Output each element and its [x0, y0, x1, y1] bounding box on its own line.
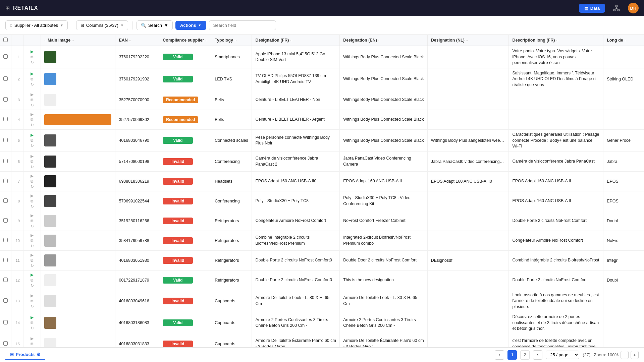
row-checkbox[interactable] — [3, 97, 8, 102]
refresh-icon[interactable]: ↻ — [31, 263, 34, 268]
refresh-icon[interactable]: ↻ — [31, 82, 34, 87]
copy-icon[interactable]: ⧉ — [31, 117, 34, 122]
actions-button[interactable]: Actions ▼ — [175, 21, 206, 30]
play-icon[interactable]: ▶ — [31, 174, 34, 178]
refresh-icon[interactable]: ↻ — [31, 304, 34, 309]
play-icon[interactable]: ▶ — [31, 92, 34, 97]
row-checkbox[interactable] — [3, 218, 8, 223]
play-icon[interactable]: ▶ — [31, 133, 34, 137]
play-icon[interactable]: ▶ — [31, 315, 34, 320]
per-page-select[interactable]: 25 / page 50 / page 100 / page — [546, 351, 579, 359]
next-page-button[interactable]: › — [533, 350, 542, 360]
row-checkbox-cell[interactable] — [0, 312, 11, 334]
copy-icon[interactable]: ⧉ — [31, 98, 34, 102]
row-checkbox-cell[interactable] — [0, 290, 11, 312]
refresh-icon[interactable]: ↻ — [31, 204, 34, 209]
row-checkbox-cell[interactable] — [0, 334, 11, 347]
refresh-icon[interactable]: ↻ — [31, 347, 34, 348]
row-checkbox-cell[interactable] — [0, 270, 11, 290]
table-row: 9 ▶ ⧉ ↻ 3519280116266 Invalid Refrigerat… — [0, 211, 644, 231]
row-checkbox-cell[interactable] — [0, 231, 11, 250]
row-checkbox-cell[interactable] — [0, 110, 11, 130]
zoom-in-button[interactable]: + — [631, 351, 639, 359]
refresh-icon[interactable]: ↻ — [31, 123, 34, 127]
settings-icon[interactable]: ⚙ — [37, 352, 41, 357]
row-checkbox[interactable] — [3, 238, 8, 242]
row-checkbox-cell[interactable] — [0, 68, 11, 90]
row-checkbox[interactable] — [3, 54, 8, 59]
copy-icon[interactable]: ⧉ — [31, 258, 34, 263]
refresh-icon[interactable]: ↻ — [31, 165, 34, 169]
copy-icon[interactable]: ⧉ — [31, 138, 34, 143]
play-icon[interactable]: ▶ — [31, 193, 34, 198]
avatar[interactable]: DH — [628, 3, 639, 13]
row-checkbox-cell[interactable] — [0, 191, 11, 211]
copy-icon[interactable]: ⧉ — [31, 219, 34, 223]
play-icon[interactable]: ▶ — [31, 253, 34, 257]
row-checkbox[interactable] — [3, 179, 8, 183]
copy-icon[interactable]: ⧉ — [31, 320, 34, 325]
row-checkbox[interactable] — [3, 198, 8, 203]
copy-icon[interactable]: ⧉ — [31, 342, 34, 346]
copy-icon[interactable]: ⧉ — [31, 299, 34, 303]
copy-icon[interactable]: ⧉ — [31, 199, 34, 203]
search-button[interactable]: 🔍 Search ▼ — [137, 20, 173, 30]
table-row: 11 ▶ ⧉ ↻ 4016803051930 Invalid Refrigera… — [0, 250, 644, 270]
data-nav-button[interactable]: ▤ Data — [579, 4, 605, 13]
table-row: 2 ▶ ⧉ ↻ 3760179291902 Valid LED TVS TV O… — [0, 68, 644, 90]
play-icon[interactable]: ▶ — [31, 71, 34, 76]
play-icon[interactable]: ▶ — [31, 336, 34, 341]
row-checkbox[interactable] — [3, 278, 8, 282]
refresh-icon[interactable]: ↻ — [31, 184, 34, 189]
play-icon[interactable]: ▶ — [31, 273, 34, 277]
row-checkbox-cell[interactable] — [0, 211, 11, 231]
copy-icon[interactable]: ⧉ — [31, 77, 34, 81]
refresh-icon[interactable]: ↻ — [31, 326, 34, 330]
current-page[interactable]: 1 — [507, 350, 517, 360]
select-all-header[interactable] — [0, 35, 11, 46]
copy-icon[interactable]: ⧉ — [31, 238, 34, 243]
status-badge: Valid — [163, 277, 193, 284]
refresh-icon[interactable]: ↻ — [31, 143, 34, 148]
search-input[interactable] — [209, 20, 276, 30]
row-checkbox-cell[interactable] — [0, 152, 11, 171]
row-checkbox[interactable] — [3, 258, 8, 262]
products-tab[interactable]: ⊟ Products ⚙ — [5, 350, 45, 360]
row-checkbox[interactable] — [3, 76, 8, 81]
play-icon[interactable]: ▶ — [31, 112, 34, 117]
row-checkbox-cell[interactable] — [0, 171, 11, 191]
hierarchy-icon-button[interactable] — [610, 2, 623, 14]
next-page-number[interactable]: 2 — [520, 350, 530, 360]
refresh-icon[interactable]: ↻ — [31, 60, 34, 65]
refresh-icon[interactable]: ↻ — [31, 244, 34, 248]
row-checkbox[interactable] — [3, 159, 8, 163]
zoom-out-button[interactable]: − — [621, 351, 629, 359]
play-icon[interactable]: ▶ — [31, 293, 34, 298]
play-icon[interactable]: ▶ — [31, 233, 34, 238]
copy-icon[interactable]: ⧉ — [31, 55, 34, 59]
refresh-icon[interactable]: ↻ — [31, 103, 34, 108]
row-checkbox-cell[interactable] — [0, 90, 11, 110]
select-all-checkbox[interactable] — [3, 38, 8, 42]
row-checkbox-cell[interactable] — [0, 46, 11, 68]
row-checkbox[interactable] — [3, 320, 8, 324]
row-checkbox[interactable] — [3, 138, 8, 142]
table-row: 4 ▶ ⧉ ↻ 3527570069802 Recommended Belts … — [0, 110, 644, 130]
play-icon[interactable]: ▶ — [31, 154, 34, 159]
row-checkbox[interactable] — [3, 341, 8, 346]
refresh-icon[interactable]: ↻ — [31, 224, 34, 229]
copy-icon[interactable]: ⧉ — [31, 159, 34, 164]
refresh-icon[interactable]: ↻ — [31, 283, 34, 288]
row-checkbox-cell[interactable] — [0, 250, 11, 270]
columns-filter-button[interactable]: ⊟ Columns (35/37) ▼ — [76, 20, 128, 30]
products-table: ○ Main image ○ EAN○ Compliance supplier○… — [0, 35, 644, 347]
play-icon[interactable]: ▶ — [31, 213, 34, 218]
copy-icon[interactable]: ⧉ — [31, 179, 34, 184]
row-checkbox[interactable] — [3, 117, 8, 121]
supplier-filter-button[interactable]: ○ Supplier - All attributes ▼ — [5, 20, 68, 30]
prev-page-button[interactable]: ‹ — [495, 350, 504, 360]
row-checkbox-cell[interactable] — [0, 130, 11, 152]
copy-icon[interactable]: ⧉ — [31, 278, 34, 283]
row-checkbox[interactable] — [3, 298, 8, 303]
play-icon[interactable]: ▶ — [31, 49, 34, 54]
